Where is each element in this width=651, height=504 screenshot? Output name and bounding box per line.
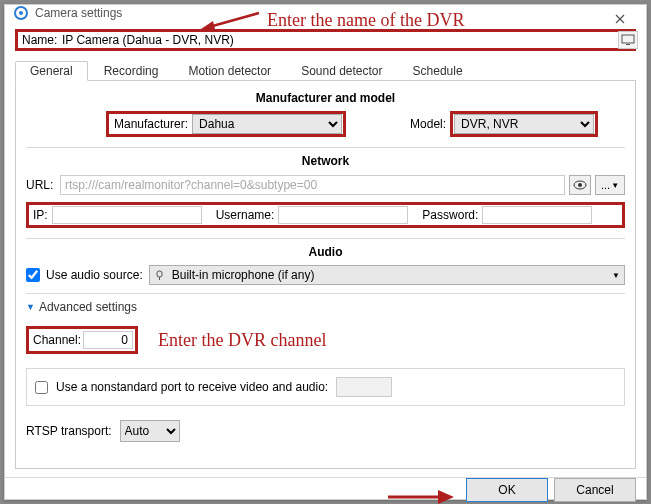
name-input[interactable] [60,32,631,48]
chevron-down-icon: ▼ [612,271,620,280]
cancel-button[interactable]: Cancel [554,478,636,502]
channel-label: Channel: [31,333,83,347]
tab-schedule[interactable]: Schedule [399,62,477,80]
chevron-down-icon: ▼ [611,181,619,190]
nonstandard-port-group: Use a nonstandard port to receive video … [26,368,625,406]
content-area: Name: General Recording Motion detector … [5,21,646,477]
nonstandard-port-checkbox[interactable] [35,381,48,394]
annotation-enter-name-text: Enter the name of the DVR [267,10,464,31]
svg-rect-6 [622,35,634,43]
ok-button[interactable]: OK [466,478,548,502]
advanced-settings-label: Advanced settings [39,300,137,314]
svg-line-4 [209,13,259,27]
manufacturer-model-row: Manufacturer: Dahua Model: DVR, NVR [26,111,625,137]
footer: OK Cancel [5,477,646,502]
separator [26,293,625,294]
manufacturer-label: Manufacturer: [110,117,192,131]
tab-body: Manufacturer and model Manufacturer: Dah… [15,81,636,469]
audio-source-value: Built-in microphone (if any) [172,268,315,282]
use-audio-source-checkbox[interactable] [26,268,40,282]
separator [26,147,625,148]
channel-row: Channel: Enter the DVR channel [26,326,625,354]
ip-input[interactable] [52,206,202,224]
window-title: Camera settings [35,6,122,20]
tabs: General Recording Motion detector Sound … [15,59,636,81]
titlebar: Camera settings Enter the name of the DV… [5,5,646,21]
microphone-icon [154,269,168,281]
annotation-ok-arrow [386,486,456,504]
channel-highlight: Channel: [26,326,138,354]
nonstandard-port-label: Use a nonstandard port to receive video … [56,380,328,394]
url-input[interactable] [60,175,565,195]
triangle-down-icon: ▼ [26,302,35,312]
url-preview-button[interactable] [569,175,591,195]
url-row: URL: ... ▼ [26,174,625,196]
name-label: Name: [20,33,60,47]
svg-marker-13 [438,490,454,504]
section-manufacturer-model: Manufacturer and model [26,91,625,105]
section-network: Network [26,154,625,168]
manufacturer-highlight: Manufacturer: Dahua [106,111,346,137]
audio-source-select[interactable]: Built-in microphone (if any) ▼ [149,265,625,285]
password-label: Password: [418,208,482,222]
use-audio-source-label: Use audio source: [46,268,143,282]
arrow-right-icon [386,486,456,504]
svg-point-9 [578,183,582,187]
tab-sound-detector[interactable]: Sound detector [287,62,396,80]
url-more-button[interactable]: ... ▼ [595,175,625,195]
svg-rect-7 [626,44,630,45]
monitor-icon [621,34,635,46]
tab-general[interactable]: General [15,61,88,81]
model-highlight: DVR, NVR [450,111,598,137]
ellipsis-label: ... [601,179,610,191]
channel-input[interactable] [83,331,133,349]
name-side-button[interactable] [618,31,638,49]
svg-rect-10 [157,271,162,277]
tab-recording[interactable]: Recording [90,62,173,80]
annotation-enter-channel: Enter the DVR channel [158,330,326,351]
nonstandard-port-input[interactable] [336,377,392,397]
model-label: Model: [406,117,450,131]
manufacturer-select[interactable]: Dahua [192,114,342,134]
rtsp-transport-row: RTSP transport: Auto [26,420,625,442]
rtsp-transport-select[interactable]: Auto [120,420,180,442]
separator [26,238,625,239]
rtsp-transport-label: RTSP transport: [26,424,112,438]
ip-label: IP: [29,208,52,222]
section-audio: Audio [26,245,625,259]
advanced-settings-toggle[interactable]: ▼ Advanced settings [26,300,625,314]
tab-motion-detector[interactable]: Motion detector [174,62,285,80]
password-input[interactable] [482,206,592,224]
eye-icon [573,180,587,190]
arrow-left-icon [201,9,261,31]
svg-point-1 [19,11,23,15]
camera-settings-window: Camera settings Enter the name of the DV… [4,4,647,500]
audio-source-row: Use audio source: Built-in microphone (i… [26,265,625,285]
username-label: Username: [212,208,279,222]
username-input[interactable] [278,206,408,224]
url-label: URL: [26,178,56,192]
app-icon [13,5,29,21]
model-select[interactable]: DVR, NVR [454,114,594,134]
credentials-highlight: IP: Username: Password: [26,202,625,228]
annotation-enter-name: Enter the name of the DVR [201,9,464,31]
svg-marker-5 [201,21,215,29]
name-row-highlight: Name: [15,29,636,51]
